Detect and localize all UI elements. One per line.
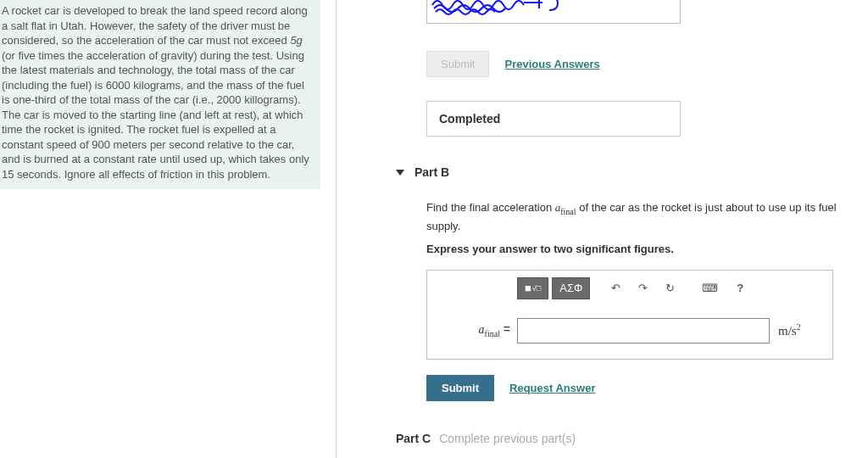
reset-button[interactable]: ↻ bbox=[658, 277, 682, 299]
answer-label: afinal = bbox=[439, 322, 517, 338]
part-b-body: Find the final acceleration afinal of th… bbox=[426, 199, 868, 258]
part-b-title: Part B bbox=[415, 165, 449, 179]
undo-button[interactable]: ↶ bbox=[604, 277, 627, 299]
greek-button[interactable]: ΑΣΦ bbox=[552, 277, 590, 299]
answer-input[interactable] bbox=[517, 318, 770, 344]
part-c-row: Part C Complete previous part(s) bbox=[396, 432, 868, 445]
templates-button[interactable]: ■√□ bbox=[517, 277, 548, 299]
part-b-header[interactable]: Part B bbox=[396, 165, 868, 179]
answer-box: ■√□ ΑΣΦ ↶ ↷ ↻ ⌨ ? afinal = m/s2 bbox=[426, 270, 833, 360]
part-a-answer-preview bbox=[426, 0, 681, 24]
problem-text-post: (or five times the acceleration of gravi… bbox=[2, 49, 309, 181]
handwritten-answer-icon bbox=[431, 0, 583, 20]
submit-button-disabled: Submit bbox=[426, 51, 489, 77]
previous-answers-link[interactable]: Previous Answers bbox=[504, 58, 599, 70]
request-answer-link[interactable]: Request Answer bbox=[509, 382, 595, 394]
answer-unit: m/s2 bbox=[770, 322, 821, 338]
problem-text-pre: A rocket car is developed to break the l… bbox=[2, 4, 308, 47]
part-c-message: Complete previous part(s) bbox=[439, 432, 576, 445]
caret-down-icon bbox=[396, 170, 404, 176]
part-c-label: Part C bbox=[396, 432, 431, 445]
help-button[interactable]: ? bbox=[728, 277, 752, 299]
submit-button[interactable]: Submit bbox=[426, 375, 494, 401]
redo-button[interactable]: ↷ bbox=[631, 277, 654, 299]
completed-status: Completed bbox=[426, 101, 681, 137]
equation-toolbar: ■√□ ΑΣΦ ↶ ↷ ↻ ⌨ ? bbox=[427, 271, 832, 306]
keyboard-button[interactable]: ⌨ bbox=[695, 277, 725, 299]
vertical-divider bbox=[336, 0, 337, 458]
part-b-instruction: Express your answer to two significant f… bbox=[426, 243, 674, 255]
part-b-prompt-pre: Find the final acceleration bbox=[426, 201, 555, 214]
problem-statement: A rocket car is developed to break the l… bbox=[0, 0, 320, 189]
variable-sub: final bbox=[560, 207, 576, 216]
accel-limit: 5g bbox=[290, 34, 302, 47]
